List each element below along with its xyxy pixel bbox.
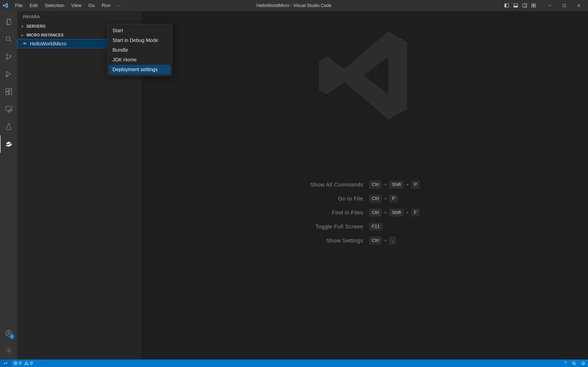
svg-rect-9 xyxy=(534,6,536,7)
keycap: Ctrl xyxy=(369,181,382,189)
keycap: Ctrl xyxy=(369,195,382,203)
status-spinner-icon[interactable] xyxy=(560,360,569,367)
svg-rect-18 xyxy=(6,92,8,95)
keycap: Ctrl xyxy=(369,209,382,217)
keycap: P xyxy=(389,195,398,203)
window-title: HelloWorldMicro - Visual Studio Code xyxy=(256,3,331,8)
activity-settings-icon[interactable] xyxy=(0,342,17,360)
error-count: 0 xyxy=(19,361,21,366)
side-bar: PAYARA SERVERS MICRO INSTANCES Hel xyxy=(17,11,142,360)
ctx-item-start[interactable]: Start xyxy=(109,26,170,35)
activity-remote-explorer-icon[interactable] xyxy=(0,100,17,118)
ctx-item-bundle[interactable]: Bundle xyxy=(109,45,170,55)
window-close-icon[interactable] xyxy=(572,0,586,11)
svg-rect-7 xyxy=(534,4,536,5)
window-maximize-icon[interactable] xyxy=(557,0,572,11)
activity-search-icon[interactable] xyxy=(0,30,17,48)
activity-testing-icon[interactable] xyxy=(0,118,17,135)
shortcut-label: Show All Commands xyxy=(310,182,363,188)
section-label: MICRO INSTANCES xyxy=(26,33,64,37)
warning-count: 0 xyxy=(30,361,32,366)
editor-area: Show All Commands Ctrl+ Shift+ P Go to F… xyxy=(142,11,588,360)
title-bar-right xyxy=(502,0,586,11)
shortcut-keys: F11 xyxy=(369,223,420,231)
svg-point-13 xyxy=(6,54,8,55)
svg-rect-19 xyxy=(9,92,12,95)
section-label: SERVERS xyxy=(26,24,45,29)
svg-rect-11 xyxy=(563,4,566,7)
vscode-watermark-icon xyxy=(313,23,418,128)
svg-point-27 xyxy=(573,362,575,365)
toggle-primary-sidebar-icon[interactable] xyxy=(502,1,511,10)
status-problems[interactable]: 0 0 xyxy=(11,360,35,367)
ctx-item-start-debug[interactable]: Start in Debug Mode xyxy=(109,35,170,45)
svg-rect-5 xyxy=(525,4,527,7)
activity-extensions-icon[interactable] xyxy=(0,83,17,100)
activity-source-control-icon[interactable] xyxy=(0,48,17,65)
chevron-right-icon xyxy=(20,24,24,29)
activity-accounts-icon[interactable]: 1 xyxy=(0,325,17,342)
menu-overflow-icon[interactable]: ··· xyxy=(114,1,123,10)
shortcut-label: Find in Files xyxy=(310,209,363,216)
svg-rect-6 xyxy=(532,4,533,5)
shortcut-keys: Ctrl+ , xyxy=(369,237,420,245)
activity-payara-icon[interactable] xyxy=(0,135,17,153)
svg-rect-17 xyxy=(6,89,8,91)
activity-run-debug-icon[interactable] xyxy=(0,65,17,83)
accounts-badge: 1 xyxy=(9,334,14,339)
svg-point-15 xyxy=(10,55,11,57)
shortcut-label: Show Settings xyxy=(310,237,363,244)
tree-item-label: HelloWorldMicro xyxy=(30,41,66,47)
keycap: Shift xyxy=(389,181,404,189)
main-area: 1 PAYARA SERVERS MICRO INSTANCES xyxy=(0,11,588,360)
menu-selection[interactable]: Selection xyxy=(41,1,68,10)
vscode-window: File Edit Selection View Go Run ··· Hell… xyxy=(0,0,588,367)
status-remote-icon[interactable] xyxy=(0,360,11,367)
ctx-item-jdk-home[interactable]: JDK Home xyxy=(109,55,170,65)
customize-layout-icon[interactable] xyxy=(529,1,538,10)
shortcut-keys: Ctrl+ Shift+ F xyxy=(369,209,420,217)
status-feedback-icon[interactable] xyxy=(569,360,579,367)
menu-edit[interactable]: Edit xyxy=(26,1,41,10)
svg-rect-3 xyxy=(514,6,518,7)
window-minimize-icon[interactable] xyxy=(543,0,557,11)
activity-explorer-icon[interactable] xyxy=(0,13,17,30)
shortcut-label: Go to File xyxy=(310,195,363,202)
keycap: P xyxy=(411,181,420,189)
svg-rect-20 xyxy=(9,88,12,91)
shortcut-label: Toggle Full Screen xyxy=(310,223,363,230)
keycap: Shift xyxy=(389,209,404,217)
menu-view[interactable]: View xyxy=(68,1,85,10)
vscode-logo-icon xyxy=(2,2,9,9)
toggle-panel-icon[interactable] xyxy=(511,1,520,10)
title-bar: File Edit Selection View Go Run ··· Hell… xyxy=(0,0,588,11)
ctx-item-deployment-settings[interactable]: Deployment settings xyxy=(109,65,170,74)
svg-rect-8 xyxy=(532,6,533,7)
sidebar-view-title: PAYARA xyxy=(17,11,142,22)
error-icon xyxy=(13,361,17,365)
payara-fish-icon xyxy=(22,41,27,46)
svg-point-12 xyxy=(6,36,10,40)
svg-rect-4 xyxy=(523,4,527,7)
menu-go[interactable]: Go xyxy=(85,1,98,10)
chevron-down-icon xyxy=(20,33,24,37)
context-menu: Start Start in Debug Mode Bundle JDK Hom… xyxy=(107,24,172,76)
menu-bar: File Edit Selection View Go Run ··· xyxy=(11,1,123,10)
menu-file[interactable]: File xyxy=(11,1,26,10)
shortcut-keys: Ctrl+ P xyxy=(369,195,420,203)
status-bar: 0 0 xyxy=(0,360,588,367)
welcome-shortcuts: Show All Commands Ctrl+ Shift+ P Go to F… xyxy=(310,181,420,245)
svg-point-25 xyxy=(8,350,10,352)
svg-rect-1 xyxy=(505,4,506,7)
toggle-secondary-sidebar-icon[interactable] xyxy=(520,1,529,10)
keycap: F11 xyxy=(369,223,382,231)
menu-run[interactable]: Run xyxy=(98,1,114,10)
svg-point-14 xyxy=(6,58,8,59)
shortcut-keys: Ctrl+ Shift+ P xyxy=(369,181,420,189)
svg-point-24 xyxy=(8,332,10,334)
activity-bar: 1 xyxy=(0,11,17,360)
status-notifications-icon[interactable] xyxy=(579,360,588,367)
keycap: , xyxy=(389,237,396,245)
keycap: Ctrl xyxy=(369,237,382,245)
warning-icon xyxy=(24,361,29,366)
